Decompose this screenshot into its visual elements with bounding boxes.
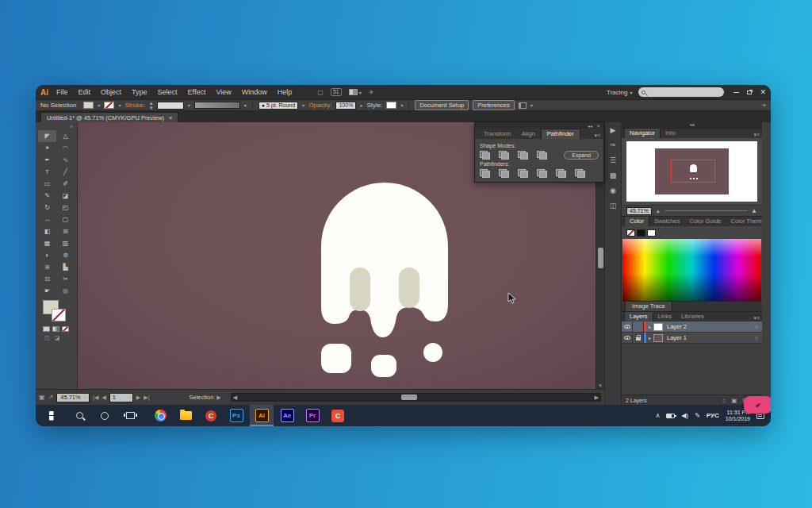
language-indicator[interactable]: РУС [707, 412, 719, 419]
zoom-out-icon[interactable]: ▲ [656, 209, 661, 214]
menu-view[interactable]: View [216, 88, 231, 96]
menu-select[interactable]: Select [158, 88, 178, 96]
rectangle-tool[interactable]: ▭ [38, 178, 56, 190]
arrange-documents-icon[interactable]: ▢ [317, 89, 324, 96]
last-artboard-icon[interactable]: ▶| [144, 394, 149, 401]
hand-tool[interactable]: ☛ [38, 285, 56, 297]
tab-close-icon[interactable]: × [169, 114, 172, 121]
lock-icon[interactable] [633, 333, 644, 343]
symbol-sprayer-tool[interactable]: ≋ [38, 261, 56, 273]
none-mode-button[interactable] [62, 326, 69, 332]
expand-button[interactable]: Expand [564, 151, 599, 160]
intersect-icon[interactable] [518, 151, 528, 160]
workspace-dropdown[interactable]: Tracing ▾ [607, 89, 632, 96]
rotate-tool[interactable]: ↻ [38, 202, 56, 214]
search-input[interactable] [648, 88, 715, 96]
zoom-tool[interactable]: ◎ [56, 285, 75, 297]
brush-preset-dropdown[interactable]: ● 5 pt. Round [259, 102, 298, 110]
exclude-icon[interactable] [537, 151, 547, 160]
artboard-number-dropdown[interactable]: 1▾ [109, 393, 133, 402]
opacity-label[interactable]: Opacity: [308, 102, 331, 109]
navigator-view-box[interactable] [671, 160, 715, 183]
zoom-in-icon[interactable]: ▲ [751, 207, 757, 214]
ccleaner-taskbar-button[interactable]: C [199, 405, 223, 426]
expand-triangle-icon[interactable]: ▸ [646, 324, 653, 329]
pencil-tool[interactable]: ✎ [38, 190, 56, 202]
scroll-down-icon[interactable]: ▼ [596, 383, 604, 388]
menu-effect[interactable]: Effect [188, 88, 206, 96]
hidden-icons-chevron[interactable]: ∧ [655, 412, 660, 419]
document-count-badge[interactable]: 51 [331, 88, 342, 96]
vertical-scroll-thumb[interactable] [598, 248, 603, 268]
visibility-eye-icon[interactable] [622, 321, 633, 332]
close-button[interactable]: ✕ [760, 89, 766, 96]
lock-toggle-empty[interactable] [633, 321, 644, 332]
next-artboard-icon[interactable]: ▶ [136, 394, 140, 401]
make-mask-icon[interactable]: ▣ [731, 397, 737, 404]
align-options-icon[interactable] [519, 102, 527, 109]
collapse-control-bar-icon[interactable]: ⇥ [760, 102, 766, 109]
status-options-icon[interactable]: ▶ [216, 394, 220, 401]
divide-icon[interactable] [480, 169, 490, 178]
jellyfish-logo[interactable] [309, 171, 492, 385]
horizontal-scroll-thumb[interactable] [401, 394, 417, 400]
tab-info[interactable]: Info [661, 129, 680, 138]
fill-stroke-indicator[interactable] [43, 300, 70, 324]
visibility-eye-icon[interactable] [622, 333, 633, 343]
target-circle-icon[interactable]: ○ [755, 335, 762, 341]
tab-links[interactable]: Links [653, 312, 677, 321]
menu-type[interactable]: Type [132, 88, 147, 96]
gradient-tool[interactable]: ▥ [56, 237, 75, 249]
draw-behind-icon[interactable]: ◪ [55, 335, 60, 341]
prev-artboard-icon[interactable]: ◀ [102, 394, 105, 401]
navigator-zoom-slider[interactable] [665, 210, 747, 211]
minimize-button[interactable] [733, 92, 739, 93]
toolbar-collapse-icon[interactable]: » [38, 124, 77, 130]
menu-object[interactable]: Object [101, 88, 121, 96]
layer-name[interactable]: Layer 1 [667, 334, 755, 341]
cortana-button[interactable] [93, 405, 117, 426]
stroke-color-box[interactable] [52, 309, 66, 321]
chrome-taskbar-button[interactable] [148, 405, 172, 426]
scroll-left-icon[interactable]: ◀ [233, 394, 237, 401]
selection-tool[interactable]: ◤ [38, 130, 56, 142]
column-graph-tool[interactable]: ▙ [56, 261, 75, 273]
tab-layers[interactable]: Layers [624, 311, 653, 321]
outline-icon[interactable] [556, 169, 566, 178]
locate-object-icon[interactable]: ○ [722, 397, 726, 404]
minus-back-icon[interactable] [575, 169, 585, 178]
tab-libraries[interactable]: Libraries [676, 312, 709, 321]
preferences-button[interactable]: Preferences [473, 100, 514, 110]
line-segment-tool[interactable]: ╱ [56, 166, 75, 178]
tab-align[interactable]: Align [516, 129, 541, 139]
eraser-tool[interactable]: ◪ [56, 190, 75, 202]
menu-edit[interactable]: Edit [79, 88, 91, 96]
crop-icon[interactable] [537, 169, 547, 178]
navigator-zoom-field[interactable]: 45.71% [626, 207, 652, 215]
trim-icon[interactable] [499, 169, 509, 178]
properties-panel-icon[interactable]: ▶ [611, 126, 616, 134]
aftereffects-taskbar-button[interactable]: Ae [275, 405, 299, 426]
horizontal-scrollbar[interactable]: ◀ ▶ [231, 393, 601, 402]
paintbrush-tool[interactable]: ✐ [56, 178, 75, 190]
battery-icon[interactable] [666, 414, 675, 418]
perspective-grid-tool[interactable]: ⊞ [56, 225, 75, 237]
tab-pathfinder[interactable]: Pathfinder [541, 129, 580, 139]
layer-thumbnail[interactable] [653, 323, 663, 331]
collapse-dock-icon[interactable]: ◂◂ [622, 122, 762, 128]
stroke-stepper[interactable]: ▲▼ [149, 101, 153, 110]
stroke-label[interactable]: Stroke: [124, 102, 144, 109]
eyedropper-tool[interactable]: ◗ [38, 249, 56, 261]
slice-tool[interactable]: ✂ [56, 273, 75, 285]
explorer-taskbar-button[interactable] [174, 405, 197, 426]
document-tab[interactable]: Untitled-1* @ 45.71% (CMYK/GPU Preview) … [40, 112, 178, 122]
shape-builder-tool[interactable]: ◧ [38, 225, 56, 237]
gradient-panel-icon[interactable]: ▩ [610, 171, 617, 179]
white-swatch[interactable] [647, 229, 656, 237]
export-icon[interactable]: ↗ [48, 394, 54, 401]
color-mode-button[interactable] [43, 326, 50, 332]
tab-color[interactable]: Color [624, 216, 649, 226]
fill-swatch[interactable] [83, 102, 94, 109]
layer-row[interactable]: ▸Layer 1○ [622, 333, 762, 344]
menu-window[interactable]: Window [242, 88, 267, 96]
